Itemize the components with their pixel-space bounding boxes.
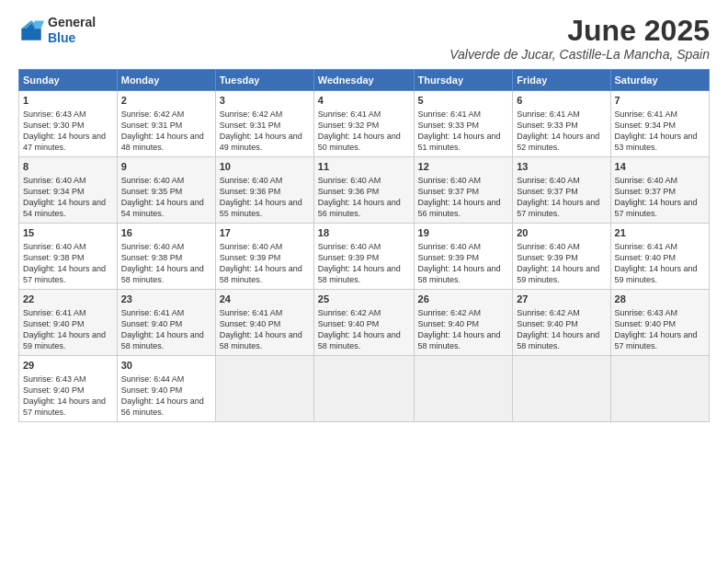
sunrise-label: Sunrise: 6:41 AM [517, 109, 580, 119]
col-wednesday: Wednesday [313, 70, 414, 91]
daylight-label: Daylight: 14 hours and 57 minutes. [517, 198, 599, 218]
daylight-label: Daylight: 14 hours and 56 minutes. [121, 396, 204, 417]
day-number: 10 [220, 160, 310, 174]
day-number: 1 [23, 94, 113, 108]
sunrise-label: Sunrise: 6:42 AM [318, 308, 381, 317]
day-number: 23 [121, 293, 211, 306]
day-number: 26 [418, 293, 509, 306]
sunset-label: Sunset: 9:36 PM [318, 187, 380, 196]
sunset-label: Sunset: 9:40 PM [418, 319, 480, 328]
day-number: 11 [318, 160, 410, 174]
sunrise-label: Sunrise: 6:40 AM [23, 242, 86, 251]
day-number: 29 [23, 359, 113, 373]
day-number: 25 [318, 293, 410, 306]
sunset-label: Sunset: 9:40 PM [23, 385, 85, 395]
table-row: 19Sunrise: 6:40 AMSunset: 9:39 PMDayligh… [414, 224, 513, 290]
sunset-label: Sunset: 9:38 PM [121, 253, 183, 262]
table-row: 8Sunrise: 6:40 AMSunset: 9:34 PMDaylight… [19, 157, 118, 224]
day-number: 5 [418, 94, 509, 108]
daylight-label: Daylight: 14 hours and 51 minutes. [418, 132, 501, 152]
daylight-label: Daylight: 14 hours and 58 minutes. [220, 330, 302, 350]
daylight-label: Daylight: 14 hours and 58 minutes. [517, 330, 599, 350]
daylight-label: Daylight: 14 hours and 58 minutes. [318, 264, 401, 284]
table-row: 4Sunrise: 6:41 AMSunset: 9:32 PMDaylight… [313, 91, 414, 157]
day-number: 18 [318, 226, 410, 240]
sunset-label: Sunset: 9:38 PM [23, 253, 85, 262]
table-row: 16Sunrise: 6:40 AMSunset: 9:38 PMDayligh… [117, 224, 215, 290]
table-row: 23Sunrise: 6:41 AMSunset: 9:40 PMDayligh… [117, 290, 215, 356]
day-number: 24 [220, 293, 310, 306]
sunset-label: Sunset: 9:39 PM [418, 253, 480, 262]
daylight-label: Daylight: 14 hours and 58 minutes. [220, 264, 302, 284]
table-row: 13Sunrise: 6:40 AMSunset: 9:37 PMDayligh… [513, 157, 610, 224]
sunset-label: Sunset: 9:32 PM [318, 121, 380, 130]
col-monday: Monday [117, 70, 215, 91]
daylight-label: Daylight: 14 hours and 54 minutes. [23, 198, 106, 218]
table-row: 14Sunrise: 6:40 AMSunset: 9:37 PMDayligh… [610, 157, 709, 224]
logo: General Blue [18, 15, 96, 46]
sunrise-label: Sunrise: 6:43 AM [23, 109, 86, 119]
table-row: 1Sunrise: 6:43 AMSunset: 9:30 PMDaylight… [19, 91, 118, 157]
sunrise-label: Sunrise: 6:40 AM [220, 242, 283, 251]
sunset-label: Sunset: 9:33 PM [418, 121, 480, 130]
sunset-label: Sunset: 9:40 PM [220, 319, 281, 328]
main-title: June 2025 [449, 15, 710, 47]
sunset-label: Sunset: 9:39 PM [517, 253, 578, 262]
daylight-label: Daylight: 14 hours and 58 minutes. [418, 330, 501, 350]
calendar-week-4: 22Sunrise: 6:41 AMSunset: 9:40 PMDayligh… [19, 290, 710, 356]
logo-icon [18, 17, 44, 43]
calendar-table: Sunday Monday Tuesday Wednesday Thursday… [18, 69, 710, 422]
sunrise-label: Sunrise: 6:40 AM [418, 176, 482, 185]
table-row: 30Sunrise: 6:44 AMSunset: 9:40 PMDayligh… [117, 356, 215, 422]
col-friday: Friday [513, 70, 610, 91]
sunrise-label: Sunrise: 6:40 AM [23, 176, 86, 185]
day-number: 8 [23, 160, 113, 174]
calendar-week-3: 15Sunrise: 6:40 AMSunset: 9:38 PMDayligh… [19, 224, 710, 290]
page: General Blue June 2025 Valverde de Jucar… [0, 0, 728, 563]
sunset-label: Sunset: 9:39 PM [220, 253, 281, 262]
logo-text: General Blue [48, 15, 96, 46]
daylight-label: Daylight: 14 hours and 57 minutes. [23, 396, 106, 417]
sunset-label: Sunset: 9:37 PM [418, 187, 480, 196]
table-row [513, 356, 610, 422]
day-number: 2 [121, 94, 211, 108]
sunrise-label: Sunrise: 6:42 AM [418, 308, 482, 317]
daylight-label: Daylight: 14 hours and 57 minutes. [615, 198, 698, 218]
sunrise-label: Sunrise: 6:42 AM [220, 109, 283, 119]
day-number: 6 [517, 94, 606, 108]
table-row: 12Sunrise: 6:40 AMSunset: 9:37 PMDayligh… [414, 157, 513, 224]
sunset-label: Sunset: 9:40 PM [615, 319, 677, 328]
table-row: 15Sunrise: 6:40 AMSunset: 9:38 PMDayligh… [19, 224, 118, 290]
table-row [414, 356, 513, 422]
sunset-label: Sunset: 9:40 PM [318, 319, 380, 328]
table-row: 25Sunrise: 6:42 AMSunset: 9:40 PMDayligh… [313, 290, 414, 356]
sunrise-label: Sunrise: 6:40 AM [418, 242, 482, 251]
table-row: 3Sunrise: 6:42 AMSunset: 9:31 PMDaylight… [215, 91, 313, 157]
sunset-label: Sunset: 9:35 PM [121, 187, 183, 196]
day-number: 30 [121, 359, 211, 373]
sunrise-label: Sunrise: 6:43 AM [615, 308, 678, 317]
sunset-label: Sunset: 9:33 PM [517, 121, 578, 130]
day-number: 4 [318, 94, 410, 108]
table-row [313, 356, 414, 422]
sunrise-label: Sunrise: 6:42 AM [121, 109, 185, 119]
table-row: 26Sunrise: 6:42 AMSunset: 9:40 PMDayligh… [414, 290, 513, 356]
daylight-label: Daylight: 14 hours and 47 minutes. [23, 132, 106, 152]
sunset-label: Sunset: 9:37 PM [615, 187, 677, 196]
daylight-label: Daylight: 14 hours and 59 minutes. [517, 264, 599, 284]
day-number: 7 [615, 94, 705, 108]
sunrise-label: Sunrise: 6:40 AM [318, 242, 381, 251]
calendar-week-1: 1Sunrise: 6:43 AMSunset: 9:30 PMDaylight… [19, 91, 710, 157]
day-number: 15 [23, 226, 113, 240]
table-row: 29Sunrise: 6:43 AMSunset: 9:40 PMDayligh… [19, 356, 118, 422]
daylight-label: Daylight: 14 hours and 56 minutes. [318, 198, 401, 218]
day-number: 14 [615, 160, 705, 174]
table-row: 18Sunrise: 6:40 AMSunset: 9:39 PMDayligh… [313, 224, 414, 290]
daylight-label: Daylight: 14 hours and 53 minutes. [615, 132, 698, 152]
daylight-label: Daylight: 14 hours and 59 minutes. [23, 330, 106, 350]
day-number: 17 [220, 226, 310, 240]
day-number: 22 [23, 293, 113, 306]
daylight-label: Daylight: 14 hours and 54 minutes. [121, 198, 204, 218]
day-number: 19 [418, 226, 509, 240]
header: General Blue June 2025 Valverde de Jucar… [18, 15, 710, 62]
